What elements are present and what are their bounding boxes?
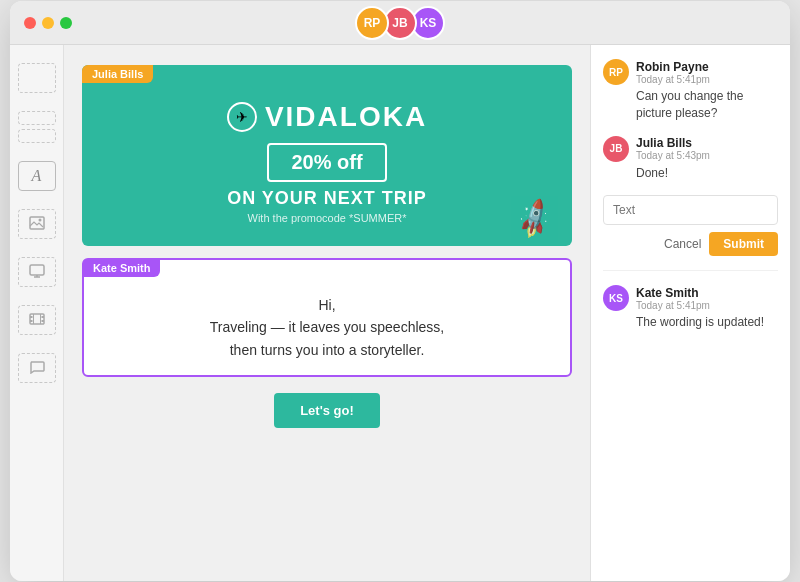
submit-button[interactable]: Submit xyxy=(709,232,778,256)
tool-image[interactable] xyxy=(18,209,56,239)
tool-text[interactable]: A xyxy=(18,161,56,191)
svg-rect-5 xyxy=(30,314,44,324)
svg-point-1 xyxy=(38,218,41,221)
avatar-julia: JB xyxy=(603,136,629,162)
julia-bills-tag: Julia Bills xyxy=(82,65,153,83)
vidaloka-title: VIDALOKA xyxy=(265,101,427,133)
svg-rect-9 xyxy=(41,320,44,322)
body-line1: Hi, xyxy=(104,294,550,316)
comment-time-kate: Today at 5:41pm xyxy=(636,300,710,311)
avatar-robin: RP xyxy=(603,59,629,85)
comment-robin: RP Robin Payne Today at 5:41pm Can you c… xyxy=(603,59,778,122)
canvas-area: Julia Bills ✈ VIDALOKA 20% off ON YOUR N… xyxy=(64,45,590,581)
comment-text-kate: The wording is updated! xyxy=(603,314,778,331)
headline-text: ON YOUR NEXT TRIP xyxy=(227,188,427,209)
app-window: RP JB KS A xyxy=(10,1,790,581)
avatar-rp[interactable]: RP xyxy=(355,6,389,40)
close-button[interactable] xyxy=(24,17,36,29)
avatar-kate: KS xyxy=(603,285,629,311)
titlebar: RP JB KS xyxy=(10,1,790,45)
svg-rect-0 xyxy=(30,217,44,229)
cta-button[interactable]: Let's go! xyxy=(274,393,380,428)
email-body: Hi, Traveling — it leaves you speechless… xyxy=(104,294,550,361)
email-block-kate: Kate Smith Hi, Traveling — it leaves you… xyxy=(82,258,572,377)
svg-rect-7 xyxy=(30,320,33,322)
comment-header-robin: RP Robin Payne Today at 5:41pm xyxy=(603,59,778,85)
cancel-button[interactable]: Cancel xyxy=(664,237,701,251)
maximize-button[interactable] xyxy=(60,17,72,29)
comment-header-julia: JB Julia Bills Today at 5:43pm xyxy=(603,136,778,162)
svg-rect-6 xyxy=(30,316,33,318)
comment-text-input[interactable] xyxy=(603,195,778,225)
promo-text: With the promocode *SUMMER* xyxy=(248,212,407,224)
comment-username-julia: Julia Bills xyxy=(636,136,710,150)
comment-text-robin: Can you change the picture please? xyxy=(603,88,778,122)
collaborator-avatars: RP JB KS xyxy=(355,6,445,40)
tool-double-rect xyxy=(18,111,56,143)
body-line3: then turns you into a storyteller. xyxy=(104,339,550,361)
comments-panel: RP Robin Payne Today at 5:41pm Can you c… xyxy=(590,45,790,581)
tool-monitor[interactable] xyxy=(18,257,56,287)
divider xyxy=(603,270,778,271)
comment-text-julia: Done! xyxy=(603,165,778,182)
svg-rect-2 xyxy=(30,265,44,275)
comment-kate: KS Kate Smith Today at 5:41pm The wordin… xyxy=(603,285,778,331)
discount-text: 20% off xyxy=(291,151,362,173)
comment-actions: Cancel Submit xyxy=(603,232,778,256)
email-block-vidaloka: Julia Bills ✈ VIDALOKA 20% off ON YOUR N… xyxy=(82,65,572,246)
vidaloka-logo-row: ✈ VIDALOKA xyxy=(227,101,427,133)
minimize-button[interactable] xyxy=(42,17,54,29)
plane-icon: ✈ xyxy=(227,102,257,132)
tool-rectangle[interactable] xyxy=(18,63,56,93)
svg-rect-8 xyxy=(41,316,44,318)
comment-time-julia: Today at 5:43pm xyxy=(636,150,710,161)
rocket-decoration: 🚀 xyxy=(511,196,558,242)
tool-rect-top[interactable] xyxy=(18,111,56,125)
tool-film[interactable] xyxy=(18,305,56,335)
window-controls xyxy=(24,17,72,29)
comment-time-robin: Today at 5:41pm xyxy=(636,74,710,85)
toolbar: A xyxy=(10,45,64,581)
tool-chat[interactable] xyxy=(18,353,56,383)
tool-rect-bottom[interactable] xyxy=(18,129,56,143)
cta-row: Let's go! xyxy=(82,389,572,436)
vidaloka-content: ✈ VIDALOKA 20% off ON YOUR NEXT TRIP Wit… xyxy=(82,65,572,246)
comment-header-kate: KS Kate Smith Today at 5:41pm xyxy=(603,285,778,311)
comment-input-area: Cancel Submit xyxy=(603,195,778,256)
comment-username-kate: Kate Smith xyxy=(636,286,710,300)
main-area: A xyxy=(10,45,790,581)
comment-julia: JB Julia Bills Today at 5:43pm Done! xyxy=(603,136,778,182)
body-line2: Traveling — it leaves you speechless, xyxy=(104,316,550,338)
kate-smith-tag: Kate Smith xyxy=(83,259,160,277)
discount-box: 20% off xyxy=(267,143,386,182)
comment-username-robin: Robin Payne xyxy=(636,60,710,74)
